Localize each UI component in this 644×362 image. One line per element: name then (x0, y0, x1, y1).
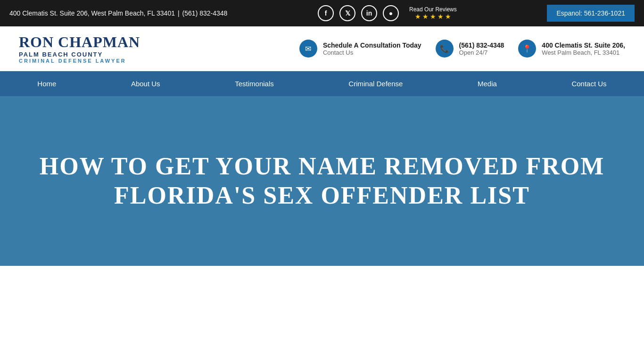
phone-icon: 📞 (436, 40, 454, 58)
logo-subtitle: PALM BEACH COUNTY (19, 51, 103, 58)
social-and-reviews: f 𝕏 in ● Read Our Reviews ★ ★ ★ ★ ★ (318, 5, 457, 21)
schedule-text: Schedule A Consultation Today Contact Us (323, 41, 421, 56)
email-icon: ✉ (299, 40, 317, 58)
twitter-icon[interactable]: 𝕏 (339, 5, 355, 21)
reviews-section: Read Our Reviews ★ ★ ★ ★ ★ (409, 6, 457, 20)
schedule-item[interactable]: ✉ Schedule A Consultation Today Contact … (299, 40, 421, 58)
phone-text: (561) 832-4348 Open 24/7 (459, 41, 504, 56)
star-1: ★ (415, 13, 421, 20)
nav-media[interactable]: Media (463, 71, 511, 96)
phone-number: (561) 832-4348 (459, 41, 504, 49)
logo-section: RON CHAPMAN PALM BEACH COUNTY CRIMINAL D… (19, 33, 140, 64)
linkedin-icon[interactable]: in (361, 5, 377, 21)
phone-text: (561) 832-4348 (182, 9, 228, 17)
facebook-icon[interactable]: f (318, 5, 334, 21)
hero-section: HOW TO GET YOUR NAME REMOVED FROM FLORID… (0, 96, 644, 266)
main-navigation: Home About Us Testimonials Criminal Defe… (0, 71, 644, 96)
logo-name[interactable]: RON CHAPMAN (19, 33, 140, 51)
address-text-block: 400 Clematis St. Suite 206, West Palm Be… (542, 41, 625, 56)
star-rating: ★ ★ ★ ★ ★ (415, 13, 451, 20)
star-4: ★ (438, 13, 444, 20)
nav-home[interactable]: Home (23, 71, 70, 96)
phone-hours: Open 24/7 (459, 49, 504, 56)
star-3: ★ (430, 13, 436, 20)
logo-tagline: CRIMINAL DEFENSE LAWYER (19, 58, 126, 64)
nav-criminal-defense[interactable]: Criminal Defense (334, 71, 417, 96)
location-icon: 📍 (518, 40, 536, 58)
hero-title: HOW TO GET YOUR NAME REMOVED FROM FLORID… (39, 152, 605, 211)
star-2: ★ (422, 13, 429, 20)
reviews-label: Read Our Reviews (409, 6, 457, 13)
star-5: ★ (445, 13, 451, 20)
address-line1: 400 Clematis St. Suite 206, (542, 41, 625, 49)
address-text: 400 Clematis St. Suite 206, West Palm Be… (9, 9, 175, 17)
top-bar: 400 Clematis St. Suite 206, West Palm Be… (0, 0, 644, 26)
header-contact: ✉ Schedule A Consultation Today Contact … (299, 40, 625, 58)
content-area (0, 266, 644, 313)
top-bar-address-phone: 400 Clematis St. Suite 206, West Palm Be… (9, 9, 227, 17)
header: RON CHAPMAN PALM BEACH COUNTY CRIMINAL D… (0, 26, 644, 71)
address-line2: West Palm Beach, FL 33401 (542, 49, 625, 56)
schedule-sub: Contact Us (323, 49, 421, 56)
separator: | (178, 9, 180, 17)
google-reviews-icon[interactable]: ● (383, 5, 399, 21)
nav-testimonials[interactable]: Testimonials (221, 71, 288, 96)
phone-item[interactable]: 📞 (561) 832-4348 Open 24/7 (436, 40, 504, 58)
address-item[interactable]: 📍 400 Clematis St. Suite 206, West Palm … (518, 40, 625, 58)
nav-contact[interactable]: Contact Us (557, 71, 620, 96)
nav-about[interactable]: About Us (117, 71, 174, 96)
espanol-button[interactable]: Espanol: 561-236-1021 (547, 5, 635, 22)
schedule-title: Schedule A Consultation Today (323, 41, 421, 49)
